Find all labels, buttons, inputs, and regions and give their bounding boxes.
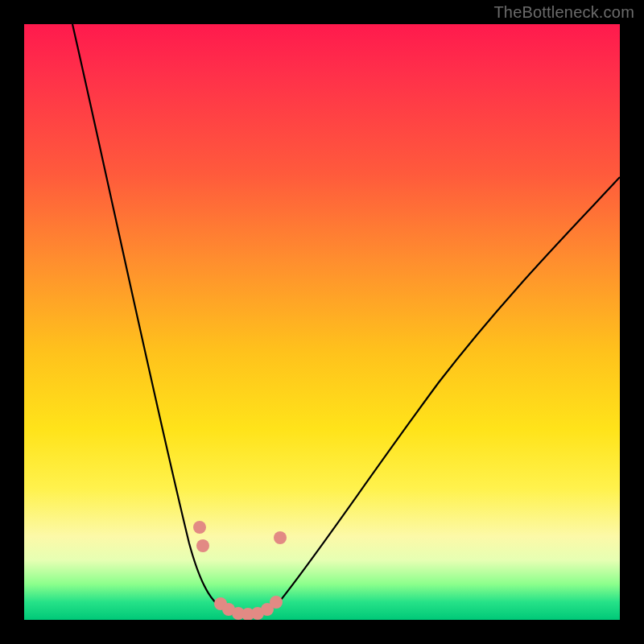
- watermark-text: TheBottleneck.com: [493, 3, 634, 22]
- marker-floor-dot-7: [270, 596, 283, 609]
- chart-plot-area: [24, 24, 620, 620]
- chart-svg: [24, 24, 620, 620]
- marker-right-dot-1: [274, 531, 287, 544]
- bottleneck-curve: [72, 24, 620, 616]
- chart-frame: TheBottleneck.com: [0, 0, 644, 644]
- marker-left-dot-2: [196, 539, 209, 552]
- marker-left-dot-1: [193, 521, 206, 534]
